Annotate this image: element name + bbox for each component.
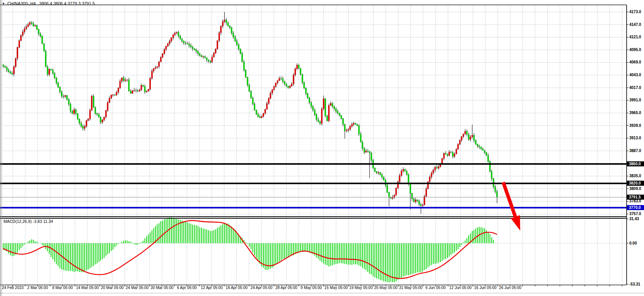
window-bottom-border [0, 293, 644, 293]
date-tick-label: 19 May 05:00 [349, 286, 373, 290]
window-left-border-inner [2, 0, 2, 296]
date-tick-label: 24 Apr 05:00 [251, 286, 273, 290]
macd-tick-label: -53.31 [629, 282, 640, 286]
date-tick-label: 6 Apr 05:00 [177, 286, 197, 290]
date-tick-label: 31 May 05:00 [399, 286, 422, 290]
chart-canvas[interactable] [0, 0, 644, 296]
time-axis[interactable]: 24 Feb 20232 Mar 05:008 Mar 05:0014 Mar … [0, 286, 627, 292]
symbol-dropdown-icon[interactable]: ▼ [2, 2, 5, 5]
date-tick-label: 30 Mar 05:00 [150, 286, 173, 290]
panel-separator-2[interactable] [0, 218, 627, 219]
macd-tick-label: 31.43 [629, 217, 639, 221]
date-tick-label: 9 May 05:00 [301, 286, 322, 290]
date-tick-label: 20 Mar 05:00 [101, 286, 124, 290]
date-tick-label: 25 May 05:00 [374, 286, 398, 290]
macd-indicator-label: MACD(12,26,9) -3.83 11.34 [3, 219, 53, 224]
macd-tick-label: 0.00 [629, 241, 637, 245]
sell-arrow-annotation[interactable] [503, 182, 520, 231]
symbol-ohlc-line: ▼CHINA300-,H43806.4 3806.4 3779.3 3791.5 [2, 1, 95, 6]
macd-axis[interactable]: 31.430.00-53.31 [627, 0, 644, 296]
date-tick-label: 12 Apr 05:00 [201, 286, 223, 290]
ohlc-values: 3806.4 3806.4 3779.3 3791.5 [39, 1, 95, 6]
date-tick-label: 8 Mar 05:00 [52, 286, 73, 290]
date-tick-label: 24 Mar 05:00 [126, 286, 149, 290]
horizontal-level-lines[interactable] [0, 164, 627, 208]
symbol-label: CHINA300-,H4 [7, 1, 36, 6]
date-tick-label: 14 Mar 05:00 [76, 286, 99, 290]
axis-tick-marks [13, 12, 629, 286]
date-tick-label: 24 Feb 2023 [2, 286, 24, 290]
date-tick-label: 2 Mar 05:00 [27, 286, 48, 290]
date-tick-label: 12 Jun 05:00 [449, 286, 471, 290]
date-tick-label: 15 May 05:00 [325, 286, 348, 290]
window-left-border [0, 0, 1, 296]
gridlines [3, 5, 627, 285]
date-tick-label: 28 Apr 05:00 [275, 286, 297, 290]
date-tick-label: 6 Jun 05:00 [425, 286, 446, 290]
macd-bottom-border [0, 285, 627, 285]
date-tick-label: 18 Apr 05:00 [225, 286, 248, 290]
date-tick-label: 16 Jun 05:00 [474, 286, 497, 290]
date-tick-label: 26 Jun 05:00 [499, 286, 521, 290]
chart-window: ▼CHINA300-,H43806.4 3806.4 3779.3 3791.5… [0, 0, 644, 296]
panel-separator[interactable] [0, 216, 627, 217]
